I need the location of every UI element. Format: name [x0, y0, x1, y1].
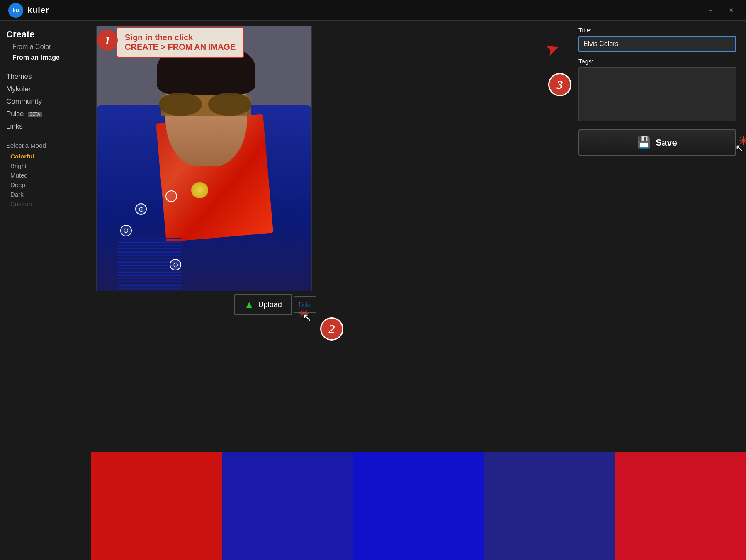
color-palette [91, 452, 746, 560]
save-section: 💾 Save ✳ ↖ 4 [578, 129, 736, 156]
topbar: ku kuler ─ □ ✕ [0, 0, 746, 21]
logo-circle: ku [8, 3, 23, 18]
upload-button[interactable]: ▲ Upload [234, 294, 292, 315]
arrow-to-title: ➤ [542, 37, 562, 60]
sidebar-item-pulse[interactable]: Pulse BETA [6, 108, 85, 120]
app-title: kuler [27, 5, 49, 15]
sidebar-item-from-image[interactable]: From an Image [6, 52, 85, 63]
upload-label: Upload [258, 300, 282, 309]
create-label: Create [6, 29, 85, 40]
step1-callout: 1 Sign in then click CREATE > FROM AN IM… [97, 27, 244, 58]
elvis-image: ⊙ ⊙ ⊙ [96, 26, 312, 291]
mood-item-bright[interactable]: Bright [6, 161, 85, 170]
beta-badge: BETA [28, 112, 41, 117]
step1-badge: 1 [97, 30, 118, 51]
color-picker-dot-3[interactable]: ⊙ [120, 225, 132, 236]
swatch-5[interactable] [615, 452, 746, 560]
mood-section-label: Select a Mood [6, 142, 85, 149]
content-area: 1 Sign in then click CREATE > FROM AN IM… [91, 21, 746, 560]
tags-input[interactable] [578, 67, 736, 121]
step1-line2: CREATE > FROM AN IMAGE [125, 42, 236, 52]
title-input[interactable] [578, 36, 736, 52]
minimize-btn[interactable]: ─ [709, 7, 712, 13]
tags-section: Tags: 3 [578, 58, 736, 123]
sidebar-item-mykuler[interactable]: Mykuler [6, 83, 85, 95]
main-layout: Create From a Color From an Image Themes… [0, 21, 746, 560]
sidebar-item-from-color[interactable]: From a Color [6, 41, 85, 52]
color-picker-dot-1[interactable] [165, 190, 177, 202]
title-label: Title: [578, 27, 736, 34]
mood-item-custom[interactable]: Custom [6, 199, 85, 209]
sidebar-item-themes[interactable]: Themes [6, 71, 85, 83]
sidebar-item-community[interactable]: Community [6, 95, 85, 108]
swatch-2[interactable] [222, 452, 353, 560]
upload-arrow-icon: ▲ [244, 299, 254, 310]
save-icon: 💾 [637, 136, 651, 149]
right-panel: Title: ➤ Tags: 3 💾 Save [578, 27, 736, 156]
swatch-3[interactable] [353, 452, 484, 560]
tags-label: Tags: [578, 58, 736, 65]
cursor-save: ↖ [735, 142, 744, 155]
mood-item-muted[interactable]: Muted [6, 170, 85, 180]
sidebar-item-links[interactable]: Links [6, 120, 85, 133]
logo-text: ku [12, 7, 19, 13]
cursor-upload: ↖ [303, 311, 312, 324]
swatch-4[interactable] [484, 452, 615, 560]
step2-badge: 2 [321, 319, 342, 339]
step3-badge: 3 [549, 74, 570, 95]
image-container: ⊙ ⊙ ⊙ [96, 26, 312, 291]
step1-line1: Sign in then click [125, 33, 236, 42]
save-label: Save [656, 137, 677, 148]
sidebar: Create From a Color From an Image Themes… [0, 21, 91, 560]
title-section: Title: ➤ [578, 27, 736, 58]
maximize-btn[interactable]: □ [719, 7, 722, 13]
save-button[interactable]: 💾 Save [578, 129, 736, 156]
mood-item-colorful[interactable]: Colorful [6, 151, 85, 161]
mood-item-dark[interactable]: Dark [6, 190, 85, 199]
close-btn[interactable]: ✕ [729, 7, 734, 13]
swatch-1[interactable] [91, 452, 222, 560]
mood-item-deep[interactable]: Deep [6, 180, 85, 190]
step1-text-box: Sign in then click CREATE > FROM AN IMAG… [116, 27, 244, 58]
mood-section: Select a Mood Colorful Bright Muted Deep… [6, 142, 85, 209]
